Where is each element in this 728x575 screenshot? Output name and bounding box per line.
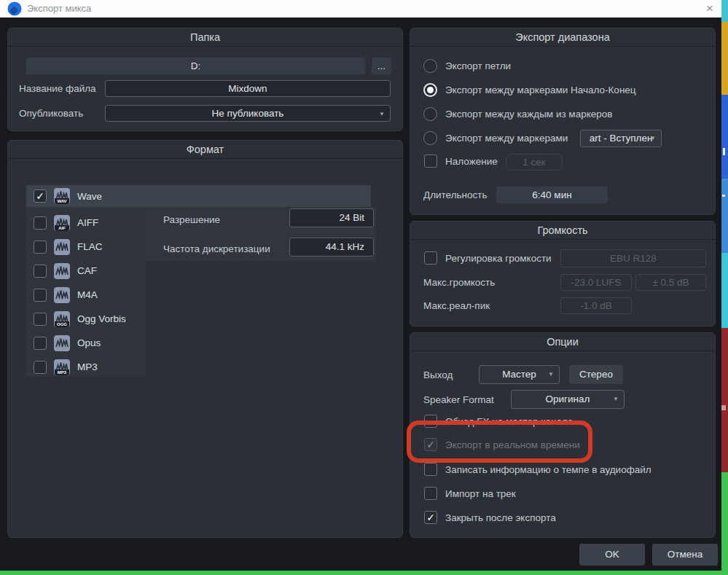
format-label: MP3 [77, 361, 98, 372]
loudness-normalize-checkbox[interactable] [424, 251, 437, 265]
options-panel-title: Опции [410, 333, 715, 351]
folder-path-field[interactable]: D: [26, 58, 365, 74]
close-icon[interactable]: × [700, 0, 720, 17]
range-panel-title: Экспорт диапазона [410, 28, 715, 47]
waveform-file-icon: OGG [54, 311, 70, 327]
loudness-preset-dropdown: EBU R128 [560, 249, 706, 267]
background-color-strip [721, 95, 728, 179]
close-after-export-label: Закрыть после экспорта [445, 511, 556, 525]
format-label: Opus [77, 337, 101, 348]
bypass-fx-checkbox[interactable] [424, 415, 437, 428]
filename-input[interactable]: Mixdown [105, 80, 391, 97]
range-option-label: Экспорт петли [445, 59, 511, 73]
format-row-flac[interactable]: FLAC [26, 235, 146, 259]
format-checkbox[interactable] [34, 240, 47, 254]
realtime-export-label: Экспорт в реальном времени [445, 438, 580, 452]
channel-mode-button[interactable]: Стерео [569, 365, 623, 384]
browse-button[interactable]: ... [372, 58, 391, 74]
overlap-checkbox[interactable] [424, 154, 437, 168]
duration-field[interactable]: 6:40 мин [496, 187, 608, 203]
ok-button[interactable]: OK [579, 544, 645, 566]
format-badge: AIF [55, 225, 69, 231]
background-strip-mark [721, 405, 726, 410]
folder-panel-title: Папка [8, 28, 402, 47]
radio-icon[interactable] [423, 131, 437, 145]
background-color-strip [721, 179, 728, 253]
cancel-button[interactable]: Отмена [652, 544, 718, 566]
format-checkbox[interactable] [34, 289, 47, 302]
write-tempo-label: Записать информацию о темпе в аудиофайл [445, 463, 651, 477]
format-checkbox[interactable] [34, 216, 47, 230]
chevron-down-icon: ▼ [548, 366, 554, 383]
bypass-fx-label: Обход FX на мастер канале [445, 415, 573, 429]
format-row-aiff[interactable]: AIFAIFF [26, 211, 146, 235]
check-icon: ✓ [425, 512, 437, 523]
max-loudness-field: -23.0 LUFS [560, 274, 632, 291]
samplerate-label: Частота дискретизации [163, 242, 270, 257]
format-row-wave[interactable]: ✓WAVWave [26, 185, 371, 207]
format-details-box: Разрешение 24 Bit Частота дискретизации … [146, 207, 376, 262]
background-color-strip [721, 328, 728, 472]
format-row-mp3[interactable]: MP3MP3 [26, 355, 146, 379]
format-label: Wave [77, 191, 102, 202]
background-color-strip [721, 0, 728, 22]
radio-selected-icon[interactable] [423, 83, 437, 97]
format-checkbox[interactable] [34, 265, 47, 278]
format-checkbox[interactable] [34, 337, 47, 350]
format-row-caf[interactable]: CAF [26, 259, 146, 283]
output-label: Выход [423, 368, 453, 383]
dialog-body: Папка D: ... Название файла Mixdown Опуб… [0, 17, 721, 571]
waveform-file-icon [54, 263, 70, 279]
range-option-label: Экспорт между каждым из маркеров [445, 107, 612, 121]
waveform-file-icon [54, 287, 70, 303]
publish-value: Не публиковать [212, 108, 284, 119]
loudness-panel-title: Громкость [410, 222, 715, 240]
format-badge: OGG [55, 321, 69, 327]
max-loudness-label: Макс.громкость [423, 275, 495, 290]
format-row-ogg-vorbis[interactable]: OGGOgg Vorbis [26, 307, 146, 331]
format-row-opus[interactable]: Opus [26, 331, 146, 355]
format-badge: MP3 [55, 369, 69, 375]
chevron-down-icon: ▼ [613, 391, 619, 408]
speaker-format-dropdown[interactable]: Оригинал ▼ [511, 390, 625, 409]
waveform-file-icon: WAV [54, 188, 70, 204]
waveform-file-icon [54, 239, 70, 255]
format-panel: Формат ✓WAVWaveAIFAIFFFLACCAFM4AOGGOgg V… [7, 140, 403, 538]
waveform-file-icon: MP3 [54, 359, 70, 375]
write-tempo-checkbox[interactable] [424, 463, 437, 476]
format-row-m4a[interactable]: M4A [26, 283, 146, 307]
resolution-field[interactable]: 24 Bit [289, 208, 374, 227]
publish-label: Опубликовать [19, 106, 83, 121]
chevron-down-icon: ▼ [650, 130, 656, 146]
format-checkbox[interactable] [34, 313, 47, 326]
output-value: Мастер [502, 369, 536, 380]
loudness-tolerance-field: ± 0.5 dB [635, 274, 706, 291]
options-panel: Опции Выход Мастер ▼ Стерео Speaker Form… [410, 332, 716, 538]
speaker-format-value: Оригинал [546, 394, 590, 404]
background-color-strip [721, 472, 728, 571]
export-mix-dialog-screen: Экспорт микса × Папка D: ... Название фа… [0, 0, 728, 575]
right-edge-strips [721, 0, 728, 575]
loudness-panel: Громкость Регулировка громкости EBU R128… [410, 221, 716, 326]
radio-icon[interactable] [423, 107, 437, 121]
format-checkbox[interactable]: ✓ [34, 189, 47, 203]
format-checkbox[interactable] [34, 361, 47, 374]
folder-panel: Папка D: ... Название файла Mixdown Опуб… [7, 28, 403, 131]
format-label: AIFF [77, 217, 98, 228]
publish-dropdown[interactable]: Не публиковать ▼ [105, 105, 391, 122]
output-dropdown[interactable]: Мастер ▼ [479, 365, 560, 384]
max-peak-field: -1.0 dB [560, 297, 632, 314]
import-to-track-checkbox[interactable] [424, 487, 437, 500]
import-to-track-label: Импорт на трек [445, 487, 516, 501]
format-panel-title: Формат [8, 141, 402, 159]
waveform-file-icon [54, 335, 70, 351]
realtime-export-checkbox: ✓ [424, 438, 437, 451]
marker-range-value: art - Вступлен [590, 133, 653, 144]
check-icon: ✓ [425, 439, 437, 450]
radio-icon[interactable] [423, 59, 437, 73]
waveform-file-icon: AIF [54, 215, 70, 231]
background-color-strip [721, 22, 728, 95]
marker-range-dropdown[interactable]: art - Вступлен ▼ [580, 130, 662, 147]
samplerate-field[interactable]: 44.1 kHz [289, 238, 374, 257]
close-after-export-checkbox[interactable]: ✓ [424, 511, 437, 524]
